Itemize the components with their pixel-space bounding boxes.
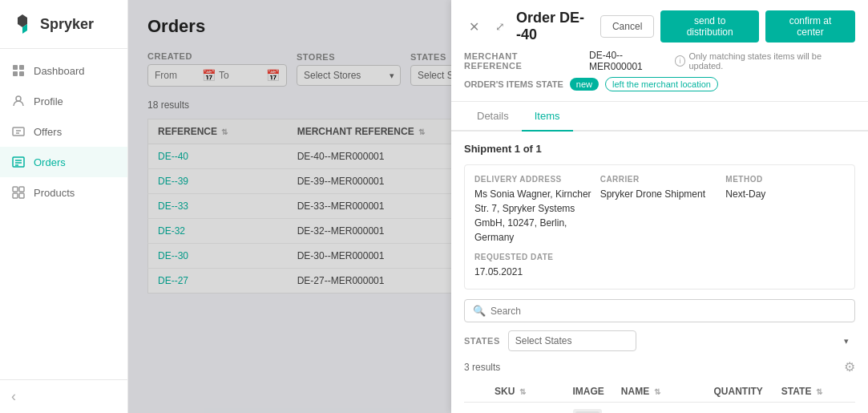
col-quantity: QUANTITY [708, 381, 775, 403]
method-label: METHOD [725, 175, 845, 184]
logo-icon [11, 13, 34, 35]
panel-resize-button[interactable]: ⤢ [491, 18, 510, 34]
items-table: SKU ⇅ IMAGE NAME ⇅ QUANTITY STATE ⇅ 095_… [464, 381, 855, 413]
sidebar-nav: Dashboard Profile Offers Orders Products [0, 49, 127, 379]
items-states-label: STATES [464, 336, 500, 346]
panel-tabs: Details Items [451, 102, 868, 132]
carrier-value: Spryker Drone Shipment [600, 187, 720, 201]
sidebar-item-dashboard[interactable]: Dashboard [0, 55, 127, 86]
svg-rect-1 [19, 65, 24, 70]
state-new-badge: new [570, 78, 599, 91]
list-item[interactable]: 095_24337707 TomTom Golf 1 left the merc… [464, 403, 855, 414]
orders-icon [11, 155, 26, 169]
offers-icon [11, 124, 26, 139]
items-results-row: 3 results ⚙ [464, 359, 855, 375]
sidebar-item-label: Offers [34, 126, 62, 138]
sidebar-item-label: Profile [34, 95, 63, 107]
delivery-card: DELIVERY ADDRESS Ms Sonia Wagner, Kirnch… [464, 164, 855, 290]
items-states-filter: STATES Select States [464, 330, 855, 351]
carrier-col: CARRIER Spryker Drone Shipment [600, 175, 720, 245]
cell-image [567, 403, 615, 414]
items-results-count: 3 results [464, 362, 500, 373]
profile-icon [11, 94, 26, 108]
delivery-grid: DELIVERY ADDRESS Ms Sonia Wagner, Kirnch… [474, 175, 845, 245]
sidebar: Spryker Dashboard Profile Offers Orders [0, 0, 128, 413]
state-merchant-badge[interactable]: left the merchant location [605, 77, 718, 91]
delivery-address-label: DELIVERY ADDRESS [474, 175, 594, 184]
shipment-title: Shipment 1 of 1 [464, 143, 855, 155]
sidebar-item-products[interactable]: Products [0, 177, 127, 208]
main-area: Orders CREATED 📅 📅 STORES Select Stores [128, 0, 868, 413]
cell-quantity: 1 [708, 403, 775, 414]
items-search-input[interactable] [491, 306, 846, 317]
search-icon: 🔍 [473, 305, 486, 317]
svg-rect-0 [13, 65, 18, 70]
carrier-label: CARRIER [600, 175, 720, 184]
panel-body: Shipment 1 of 1 DELIVERY ADDRESS Ms Soni… [451, 132, 868, 413]
requested-date-row: REQUESTED DATE 17.05.2021 [474, 253, 845, 279]
sidebar-item-offers[interactable]: Offers [0, 116, 127, 147]
orders-items-state-label: ORDER'S ITEMS STATE [464, 79, 563, 89]
svg-rect-3 [19, 71, 24, 76]
panel-meta-row: MERCHANT REFERENCE DE-40--MER000001 [464, 50, 675, 72]
panel-state-row: ORDER'S ITEMS STATE new left the merchan… [464, 77, 855, 91]
sidebar-logo: Spryker [0, 0, 127, 49]
sort-icon-state: ⇅ [816, 387, 822, 396]
products-icon [11, 185, 26, 200]
cell-state: left the merch... [775, 403, 855, 414]
col-state[interactable]: STATE ⇅ [775, 381, 855, 403]
svg-point-4 [16, 96, 21, 101]
cancel-button[interactable]: Cancel [600, 15, 654, 38]
method-col: METHOD Next-Day [725, 175, 845, 245]
sort-icon-sku: ⇅ [519, 387, 526, 396]
svg-rect-2 [13, 71, 18, 76]
panel-close-button[interactable]: ✕ [464, 18, 484, 36]
delivery-address-col: DELIVERY ADDRESS Ms Sonia Wagner, Kirnch… [474, 175, 594, 245]
cell-name: TomTom Golf [615, 403, 708, 414]
merchant-reference-label: MERCHANT REFERENCE [464, 51, 576, 71]
svg-rect-13 [19, 187, 24, 192]
col-image: IMAGE [567, 381, 615, 403]
col-sku[interactable]: SKU ⇅ [488, 381, 567, 403]
info-note-text: Only matching states items will be updat… [688, 51, 855, 71]
info-icon: i [675, 55, 686, 67]
merchant-reference-value: DE-40--MER000001 [589, 50, 675, 72]
items-states-select[interactable]: Select States [508, 330, 636, 351]
requested-date-value: 17.05.2021 [474, 265, 845, 279]
dashboard-icon [11, 63, 26, 78]
col-name[interactable]: NAME ⇅ [615, 381, 708, 403]
delivery-address-value: Ms Sonia Wagner, Kirncher Str. 7, Spryke… [474, 187, 594, 245]
panel-actions: Cancel send to distribution confirm at c… [600, 10, 855, 43]
sidebar-item-orders[interactable]: Orders [0, 147, 127, 177]
item-checkbox-cell[interactable] [464, 403, 488, 414]
cell-sku: 095_24337707 [488, 403, 567, 414]
item-image [573, 409, 602, 413]
panel-header: ✕ ⤢ Order DE--40 Cancel send to distribu… [451, 0, 868, 102]
svg-rect-14 [13, 193, 18, 198]
order-panel: ✕ ⤢ Order DE--40 Cancel send to distribu… [451, 0, 868, 413]
sidebar-item-label: Orders [34, 156, 66, 168]
sidebar-item-label: Dashboard [34, 65, 85, 77]
method-value: Next-Day [725, 187, 845, 201]
panel-title: Order DE--40 [516, 10, 600, 43]
requested-date-label: REQUESTED DATE [474, 253, 845, 261]
send-to-distribution-button[interactable]: send to distribution [660, 10, 759, 43]
tab-details[interactable]: Details [464, 102, 522, 132]
sidebar-collapse-button[interactable]: ‹ [0, 379, 127, 413]
svg-rect-5 [13, 128, 24, 136]
svg-rect-12 [13, 187, 18, 192]
sidebar-item-label: Products [34, 187, 75, 199]
gear-icon[interactable]: ⚙ [844, 359, 855, 375]
info-note: i Only matching states items will be upd… [675, 51, 855, 71]
sidebar-item-profile[interactable]: Profile [0, 86, 127, 116]
sort-icon-name: ⇅ [654, 387, 660, 396]
tab-items[interactable]: Items [522, 102, 573, 132]
col-check [464, 381, 488, 403]
panel-title-row: ✕ ⤢ Order DE--40 Cancel send to distribu… [464, 10, 855, 43]
items-states-select-wrapper: Select States [508, 330, 855, 351]
logo-text: Spryker [40, 16, 94, 33]
svg-rect-15 [19, 193, 24, 198]
confirm-at-center-button[interactable]: confirm at center [765, 10, 855, 43]
items-search-box[interactable]: 🔍 [464, 299, 855, 322]
